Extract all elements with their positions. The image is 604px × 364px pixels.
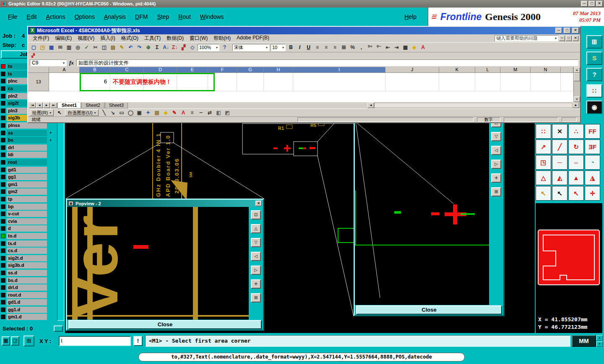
draw-tool-button[interactable]: ▤ (153, 109, 161, 117)
toolbox-button[interactable]: ◔ (585, 155, 600, 170)
excel-toolbar-button[interactable]: ◳ (39, 44, 47, 52)
side-tool-button[interactable]: ∷ (586, 84, 602, 98)
excel-menu-item[interactable]: 文件(F) (30, 35, 52, 42)
draw-tool-button[interactable]: ╲ (100, 109, 108, 117)
excel-toolbar-button[interactable]: ▤ (109, 44, 117, 52)
toolbox-button[interactable]: ∴ (568, 124, 584, 139)
font-name-select[interactable]: 宋体 ▾ (232, 44, 269, 51)
excel-menu-item[interactable]: 窗口(W) (187, 35, 211, 42)
side-tool-button[interactable]: ◉ (586, 101, 602, 114)
excel-toolbar-button[interactable]: ▞ (180, 44, 187, 52)
next-sheet-button[interactable]: ▶ (43, 103, 50, 108)
layer-row[interactable]: sig3b.d (0, 262, 57, 269)
excel-format-button[interactable]: ▦ (401, 44, 409, 52)
layer-row[interactable]: gd1.d (0, 299, 57, 306)
popview-tool-button[interactable]: ▷ (251, 266, 261, 275)
popview-tool-button[interactable]: ⊡ (251, 210, 261, 219)
draw-tool-button[interactable]: A (180, 109, 187, 117)
column-header[interactable]: K (439, 67, 475, 73)
grid-empty-area[interactable] (28, 91, 573, 102)
layer-row[interactable]: bs ✦ (0, 137, 57, 144)
grid-settings-button[interactable]: ⊞ (23, 336, 34, 346)
scroll-down-icon[interactable]: ▼ (574, 96, 580, 102)
column-header[interactable]: F (208, 67, 237, 73)
layer-row[interactable]: gm1 (0, 181, 57, 188)
excel-toolbar-button[interactable]: Z↓ (171, 44, 179, 52)
column-header[interactable]: C (110, 67, 144, 73)
toolbox-button[interactable]: ↗ (536, 139, 551, 154)
column-header[interactable]: L (475, 67, 500, 73)
excel-toolbar-button[interactable]: ◎ (74, 44, 82, 52)
layer-row[interactable]: gg1.d (0, 306, 57, 314)
excel-toolbar-button[interactable]: ✎ (118, 44, 126, 52)
menu-item[interactable]: Rout (174, 13, 195, 20)
draw-tool-button[interactable]: ◧ (215, 109, 223, 117)
column-header[interactable]: B (80, 67, 110, 73)
column-header[interactable]: M (500, 67, 531, 73)
excel-toolbar-button[interactable]: ✓ (83, 44, 91, 52)
excel-format-button[interactable]: % (349, 44, 357, 52)
excel-help-search[interactable]: 键入需要帮助的问题 ▾ (495, 35, 558, 41)
addin-button[interactable]: ▞ (30, 53, 36, 58)
layer-row[interactable]: v-cut (0, 210, 57, 218)
excel-toolbar-button[interactable]: ▢ (30, 44, 38, 52)
layer-row[interactable]: gm2 (0, 188, 57, 196)
excel-toolbar-button[interactable]: ✉ (56, 44, 64, 52)
zoom-select[interactable]: 100% ▾ (198, 44, 219, 51)
column-header[interactable]: I (293, 67, 385, 73)
toolbox-button[interactable]: FF (585, 124, 600, 139)
column-header[interactable] (561, 67, 573, 73)
units-toggle-button[interactable]: MM (572, 335, 596, 347)
excel-toolbar-button[interactable]: A↓ (162, 44, 170, 52)
excel-format-button[interactable]: , (357, 44, 365, 52)
menu-item[interactable]: DFM (130, 13, 152, 20)
workbook-restore-button[interactable]: □ (566, 36, 572, 41)
column-header[interactable]: H (264, 67, 293, 73)
minimize-button[interactable]: ─ (581, 1, 588, 7)
draw-tool-button[interactable]: ⇄ (206, 109, 214, 117)
column-header[interactable]: J (385, 67, 439, 73)
draw-tool-button[interactable]: ↘ (109, 109, 117, 117)
font-size-select[interactable]: 10 ▾ (271, 44, 286, 51)
popview-tool-button[interactable]: ✛ (491, 173, 501, 183)
layer-row[interactable]: ss.d (0, 269, 57, 277)
draw-tool-button[interactable]: ┄ (197, 109, 205, 117)
toolbox-button[interactable]: ↖ (568, 186, 584, 201)
cell-name-box[interactable]: C9 ▾ (30, 59, 67, 66)
excel-format-button[interactable]: ⇤ (384, 44, 392, 52)
layer-row[interactable]: d (0, 225, 57, 232)
toolbox-button[interactable]: ✛ (585, 186, 600, 201)
excel-format-button[interactable]: ≡ (331, 44, 339, 52)
toolbox-button[interactable]: ╱ (552, 139, 568, 154)
popview-tool-button[interactable]: ✛ (251, 279, 261, 289)
excel-format-button[interactable]: ⊞ (340, 44, 348, 52)
excel-menu-item[interactable]: 视图(V) (75, 35, 97, 42)
draw-tool-button[interactable]: ◆ (162, 109, 170, 117)
excel-toolbar-button[interactable]: ↶ (127, 44, 135, 52)
layer-row[interactable]: gg1 (0, 173, 57, 181)
scroll-up-icon[interactable]: ▲ (574, 67, 580, 73)
popview-tool-button[interactable]: ▽ (491, 132, 501, 141)
column-header[interactable]: G (237, 67, 264, 73)
workbook-minimize-button[interactable]: ─ (559, 36, 565, 41)
layer-row[interactable]: bp (0, 203, 57, 210)
column-header[interactable]: D (144, 67, 177, 73)
layer-row[interactable]: ldi (0, 151, 57, 159)
toolbox-button[interactable]: ◳ (536, 155, 551, 170)
toolbox-button[interactable]: ƎF (585, 139, 600, 154)
popview1-close-button[interactable]: Close (356, 305, 502, 315)
grid-cell[interactable] (439, 73, 475, 91)
draw-tool-button[interactable]: ▣ (135, 109, 143, 117)
toolbox-button[interactable]: ─ (552, 155, 568, 170)
excel-help-button[interactable]: ? (221, 44, 229, 52)
toolbox-button[interactable]: ◮ (585, 170, 600, 185)
excel-menu-item[interactable]: 数据(D) (164, 35, 187, 42)
layer-row[interactable]: drl (0, 144, 57, 152)
layer-row[interactable]: tp (0, 196, 57, 203)
popview1-canvas[interactable] (355, 101, 489, 305)
excel-format-button[interactable]: ⇥ (393, 44, 401, 52)
cell-c13-note[interactable]: 不要随宜调整板内物！ (113, 73, 172, 91)
autoshapes-button[interactable]: 自选图形(U) ▾ (65, 109, 98, 116)
row-header[interactable]: 13 (28, 73, 49, 91)
excel-restore-button[interactable]: □ (564, 28, 570, 34)
